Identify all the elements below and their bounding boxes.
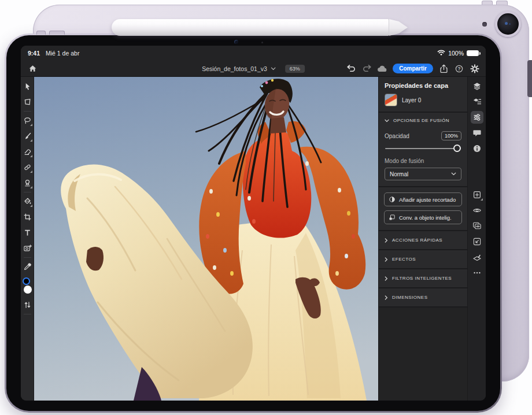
export-share-icon[interactable] — [438, 64, 449, 74]
chevron-right-icon — [385, 295, 388, 300]
wifi-icon — [437, 49, 445, 57]
chevron-right-icon — [385, 238, 388, 243]
clipped-adjustment-icon — [389, 196, 396, 203]
blend-options-header[interactable]: OPCIONES DE FUSIÓN — [379, 113, 467, 128]
blend-mode-label: Modo de fusión — [385, 158, 461, 164]
transform-tool[interactable] — [21, 94, 34, 110]
add-clipped-adjustment-button[interactable]: Añadir ajuste recortado — [384, 192, 462, 206]
layer-name[interactable]: Layer 0 — [402, 97, 421, 103]
opacity-value[interactable]: 100% — [441, 131, 461, 140]
flatten-icon[interactable] — [471, 251, 483, 264]
ipad-back-side-button — [527, 60, 532, 97]
layer-properties-panel: Propiedades de capa Layer 0 OPCIONES DE … — [378, 77, 467, 401]
more-options-icon[interactable] — [471, 266, 483, 279]
chevron-right-icon — [385, 276, 388, 281]
apple-pencil — [112, 19, 408, 36]
fill-tool[interactable] — [21, 194, 34, 209]
visibility-icon[interactable] — [471, 204, 483, 217]
clone-stamp-tool[interactable] — [21, 175, 34, 191]
opacity-slider[interactable] — [385, 144, 461, 153]
photoshop-app: 9:41 Mié 1 de abr 100% — [21, 46, 486, 401]
settings-gear-icon[interactable] — [470, 64, 480, 74]
move-tool[interactable] — [21, 79, 34, 94]
home-button[interactable] — [26, 62, 39, 75]
chevron-down-icon — [451, 172, 456, 176]
volume-button — [36, 31, 46, 35]
layer-properties-icon[interactable] — [471, 111, 483, 124]
rear-mic-dot — [482, 22, 487, 27]
panel-empty-area — [379, 307, 467, 401]
document-title-group[interactable]: Sesión_de_fotos_01_v3 63% — [202, 65, 305, 73]
share-button[interactable]: Compartir — [393, 64, 433, 73]
blend-mode-select[interactable]: Normal — [385, 168, 461, 180]
comment-icon[interactable] — [471, 127, 483, 139]
tool-divider — [24, 257, 31, 258]
opacity-label: Opacidad — [385, 133, 409, 139]
place-photo-tool[interactable] — [21, 240, 34, 256]
lasso-tool[interactable] — [21, 113, 34, 128]
zoom-level-badge[interactable]: 63% — [285, 65, 305, 73]
photo-smiling-woman — [34, 77, 378, 401]
document-title[interactable]: Sesión_de_fotos_01_v3 — [202, 65, 267, 72]
eyedropper-tool[interactable] — [21, 259, 34, 275]
ipad-bezel: 9:41 Mié 1 de abr 100% — [6, 35, 500, 411]
rear-camera-lens — [495, 11, 521, 37]
tool-divider — [24, 192, 31, 192]
status-date: Mié 1 de abr — [46, 50, 79, 57]
section-effects[interactable]: EFECTOS — [379, 250, 467, 269]
cloud-sync-icon[interactable] — [377, 64, 387, 74]
opacity-slider-knob[interactable] — [453, 144, 461, 152]
status-time: 9:41 — [28, 50, 40, 57]
undo-button[interactable] — [346, 64, 356, 74]
convert-smart-object-button[interactable]: Conv. a objeto intelig. — [384, 210, 462, 224]
type-tool[interactable] — [21, 225, 34, 240]
tool-divider — [24, 314, 31, 314]
status-bar: 9:41 Mié 1 de abr 100% — [21, 46, 486, 61]
tool-rail — [21, 77, 34, 401]
color-swatches[interactable] — [21, 276, 34, 296]
info-icon[interactable] — [471, 142, 483, 155]
opacity-slider-track[interactable] — [385, 148, 461, 149]
crop-tool[interactable] — [21, 209, 34, 225]
document-toolbar: Sesión_de_fotos_01_v3 63% — [21, 61, 486, 77]
smart-object-icon — [389, 214, 396, 221]
eraser-tool[interactable] — [21, 144, 34, 160]
foreground-color-swatch[interactable] — [23, 277, 30, 285]
section-dimensions[interactable]: DIMENSIONES — [379, 288, 467, 307]
send-backward-icon[interactable] — [471, 235, 483, 248]
mask-visibility-icon[interactable] — [471, 220, 483, 232]
panel-title: Propiedades de capa — [379, 77, 467, 90]
hero-scene: 9:41 Mié 1 de abr 100% — [0, 0, 532, 415]
svg-text:?: ? — [457, 66, 460, 71]
tool-divider — [24, 111, 31, 112]
front-mic-dot — [261, 42, 263, 43]
chevron-right-icon — [385, 257, 388, 262]
apple-pencil-body — [112, 19, 389, 36]
layer-stack-icon[interactable] — [471, 95, 483, 108]
chevron-down-icon — [385, 119, 389, 123]
add-layer-icon[interactable] — [471, 188, 483, 201]
layers-icon[interactable] — [471, 80, 483, 92]
apple-pencil-tip — [389, 19, 408, 36]
document-canvas[interactable] — [34, 77, 378, 401]
front-camera-lens — [234, 40, 238, 44]
ipad-front-device: 9:41 Mié 1 de abr 100% — [5, 34, 502, 413]
healing-brush-tool[interactable] — [21, 160, 34, 175]
brush-tool[interactable] — [21, 128, 34, 144]
help-icon[interactable]: ? — [454, 64, 464, 74]
layer-thumbnail[interactable] — [385, 94, 397, 106]
volume-button — [49, 31, 65, 35]
swap-colors-icon[interactable] — [21, 297, 34, 313]
section-quick-actions[interactable]: ACCIONES RÁPIDAS — [379, 231, 467, 250]
battery-percent: 100% — [448, 50, 464, 57]
chevron-down-icon — [271, 67, 276, 71]
layer-row[interactable]: Layer 0 — [379, 90, 467, 112]
background-color-swatch[interactable] — [24, 286, 32, 294]
section-smart-filters[interactable]: FILTROS INTELIGENTES — [379, 269, 467, 288]
battery-icon — [467, 50, 479, 56]
taskbar-rail — [467, 77, 486, 401]
redo-button[interactable] — [361, 64, 372, 74]
